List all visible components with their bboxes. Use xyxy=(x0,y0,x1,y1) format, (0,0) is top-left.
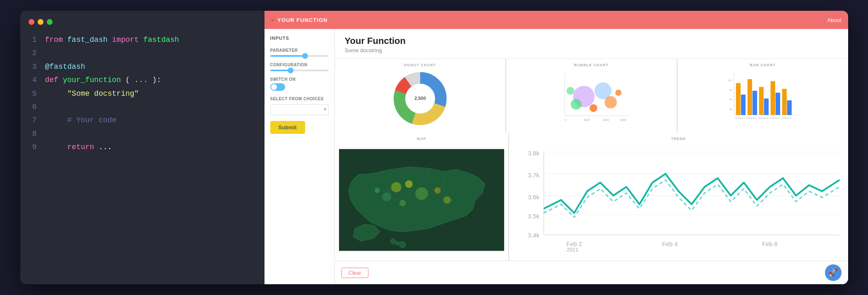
svg-point-14 xyxy=(589,104,597,112)
app-titlebar: × YOUR FUNCTION About xyxy=(264,11,848,29)
rocket-icon: 🚀 xyxy=(829,268,838,277)
svg-text:2021: 2021 xyxy=(567,247,578,252)
svg-rect-31 xyxy=(759,87,763,115)
bubble-chart-cell: BUBBLE CHART xyxy=(506,59,677,133)
svg-rect-27 xyxy=(736,83,741,115)
select-from-choices[interactable] xyxy=(270,104,329,115)
code-line-7: 7 # Your code xyxy=(29,114,256,127)
code-text xyxy=(45,100,50,114)
svg-text:$8: $8 xyxy=(729,89,732,91)
code-editor: 1 from fast_dash import fastdash 2 3 @fa… xyxy=(20,33,264,154)
app-body: INPUTS PARAMETER CONFIGURATION xyxy=(264,29,848,284)
svg-rect-30 xyxy=(752,91,757,115)
svg-text:Feb 6: Feb 6 xyxy=(762,241,778,247)
traffic-lights xyxy=(20,19,264,33)
code-text: # Your code xyxy=(45,114,117,127)
bubble-chart-label: BUBBLE CHART xyxy=(574,63,609,67)
switch-toggle[interactable] xyxy=(270,83,285,91)
bar-chart-label: BAR CHART xyxy=(750,63,776,67)
map-container xyxy=(339,143,504,256)
line-number: 7 xyxy=(29,114,37,127)
configuration-section: CONFIGURATION xyxy=(270,63,329,71)
outer-window: 1 from fast_dash import fastdash 2 3 @fa… xyxy=(20,11,848,284)
line-number: 9 xyxy=(29,140,37,154)
svg-rect-28 xyxy=(741,94,745,115)
map-chart-label: MAP xyxy=(417,137,426,141)
line-number: 8 xyxy=(29,127,37,140)
minimize-button[interactable] xyxy=(38,19,43,25)
parameter-slider-fill xyxy=(270,55,305,57)
svg-point-48 xyxy=(443,196,450,203)
close-button[interactable] xyxy=(29,19,34,25)
fab-button[interactable]: 🚀 xyxy=(825,264,842,281)
code-line-4: 4 def your_function ( ... ): xyxy=(29,73,256,87)
donut-chart: 2,500 xyxy=(391,70,449,128)
svg-point-15 xyxy=(615,89,621,96)
parameter-slider-track xyxy=(270,55,329,57)
configuration-slider-thumb[interactable] xyxy=(288,68,293,73)
svg-text:$200: $200 xyxy=(603,118,609,121)
toggle-container xyxy=(270,83,329,91)
donut-chart-label: DONUT CHART xyxy=(404,63,436,67)
svg-text:$300: $300 xyxy=(620,118,626,121)
submit-button[interactable]: Submit xyxy=(270,121,305,134)
line-number: 3 xyxy=(29,60,37,73)
svg-point-51 xyxy=(390,239,395,244)
svg-rect-36 xyxy=(787,100,791,115)
code-text xyxy=(45,127,50,140)
svg-text:Feb 4: Feb 4 xyxy=(662,241,678,247)
select-wrapper: ▾ xyxy=(270,103,329,115)
svg-point-45 xyxy=(415,187,428,200)
svg-text:Product 5: Product 5 xyxy=(781,117,791,119)
svg-text:3.7k: 3.7k xyxy=(528,172,539,179)
code-line-6: 6 xyxy=(29,100,256,114)
svg-text:Feb 2: Feb 2 xyxy=(566,241,582,247)
svg-point-43 xyxy=(391,182,401,192)
switch-section: SWITCH ON xyxy=(270,77,329,91)
code-text: return ... xyxy=(45,140,112,154)
svg-rect-32 xyxy=(764,99,768,115)
clear-button[interactable]: Clear xyxy=(341,268,368,278)
trend-chart-label: TREND xyxy=(671,137,686,141)
app-title: YOUR FUNCTION xyxy=(277,17,827,23)
svg-text:Product 3: Product 3 xyxy=(758,117,768,119)
function-title: Your Function xyxy=(345,36,838,46)
about-link[interactable]: About xyxy=(827,17,842,23)
svg-text:$100: $100 xyxy=(584,118,590,121)
trend-chart-cell: TREND 3.8k 3.7k 3.6k xyxy=(509,133,848,261)
svg-point-16 xyxy=(566,87,574,95)
top-charts-row: DONUT CHART xyxy=(335,59,848,133)
svg-point-50 xyxy=(375,188,380,193)
svg-text:3.8k: 3.8k xyxy=(528,150,539,157)
select-section: SELECT FROM CHOICES ▾ xyxy=(270,97,329,115)
parameter-slider-thumb[interactable] xyxy=(302,53,308,59)
svg-text:3.4k: 3.4k xyxy=(528,232,539,239)
svg-point-46 xyxy=(434,187,440,193)
svg-text:$4: $4 xyxy=(729,108,732,111)
app-footer: Clear 🚀 xyxy=(335,261,848,284)
svg-rect-33 xyxy=(770,81,775,115)
map-chart-cell: MAP xyxy=(335,133,508,261)
main-header: Your Function Some docstring xyxy=(335,29,848,59)
app-close-icon[interactable]: × xyxy=(271,17,274,23)
svg-text:Product 1: Product 1 xyxy=(735,117,745,119)
bubble-chart: 0 $100 $200 $300 xyxy=(510,70,673,123)
svg-point-47 xyxy=(382,192,391,201)
code-line-1: 1 from fast_dash import fastdash xyxy=(29,33,256,46)
bar-chart: $10 $8 $6 $4 xyxy=(682,70,844,123)
line-number: 1 xyxy=(29,33,37,46)
maximize-button[interactable] xyxy=(47,19,53,25)
svg-text:$6: $6 xyxy=(729,98,732,101)
svg-text:3.6k: 3.6k xyxy=(528,193,539,200)
line-number: 5 xyxy=(29,87,37,100)
code-text: from fast_dash import fastdash xyxy=(45,33,179,46)
svg-rect-35 xyxy=(782,89,786,115)
main-content: Your Function Some docstring DONUT CHART xyxy=(335,29,848,284)
app-panel: × YOUR FUNCTION About INPUTS PARAMETER xyxy=(264,11,848,284)
parameter-section: PARAMETER xyxy=(270,48,329,57)
code-line-3: 3 @fastdash xyxy=(29,60,256,73)
toggle-knob xyxy=(271,84,277,90)
svg-text:$10: $10 xyxy=(728,79,732,82)
code-line-2: 2 xyxy=(29,46,256,60)
bottom-charts-row: MAP xyxy=(335,133,848,261)
